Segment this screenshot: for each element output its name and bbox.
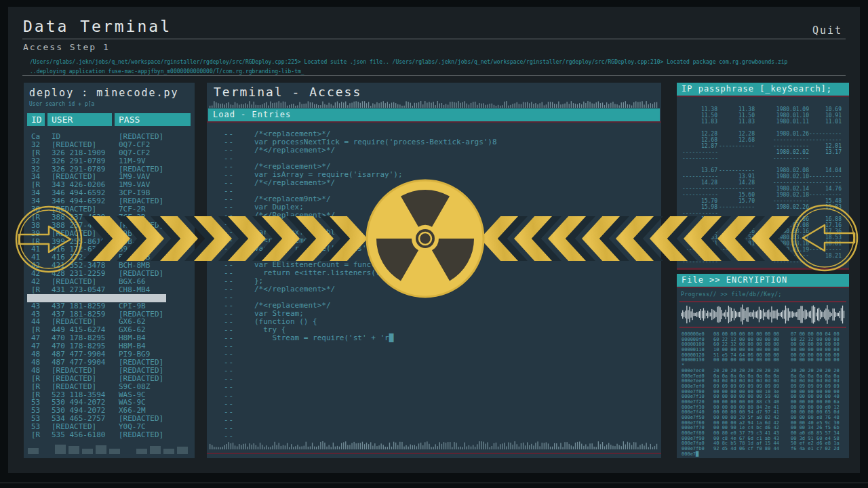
table-row[interactable]: 32 326 291-0789 [REDACTED] xyxy=(27,165,195,174)
table-row[interactable]: [R 535 456-6180 [REDACTED] xyxy=(27,431,195,439)
ip-value: 17.16 xyxy=(682,228,717,235)
line-gutter: -- xyxy=(224,416,243,424)
cell-id: 32 xyxy=(27,141,45,149)
table-row[interactable]: 53 530 494-2072 WAS-9C xyxy=(27,399,195,407)
code-line: -- xyxy=(207,408,661,416)
tick-ruler-bottom xyxy=(210,441,658,449)
activity-block xyxy=(82,449,93,454)
load-entries-bar[interactable]: Load - Entries xyxy=(208,108,660,121)
ip-value: 14.28 xyxy=(682,180,717,186)
cell-id: 53 xyxy=(27,423,45,431)
radiation-icon xyxy=(365,178,486,299)
cell-id: [R xyxy=(27,383,45,391)
cell-id: 53 xyxy=(27,415,45,423)
cell-pass: [REDACTED] xyxy=(115,375,191,383)
table-row[interactable]: 42 [REDACTED] BGX-66 xyxy=(27,278,195,286)
hex-bytes: 00 00 00 00 00 00 00 00 xyxy=(713,358,785,363)
cell-pass: [REDACTED] xyxy=(115,133,191,141)
line-gutter: -- xyxy=(224,253,243,261)
table-row[interactable]: 44 [REDACTED] GX6-62 xyxy=(27,318,195,326)
activity-block xyxy=(163,449,174,454)
cell-user: 523 118-3594 xyxy=(47,391,112,399)
ip-value: ----------- xyxy=(682,149,717,155)
cell-user xyxy=(47,294,112,302)
ip-value xyxy=(717,210,755,216)
cell-pass: 7CF-2R xyxy=(115,205,191,214)
table-row[interactable]: [R 431 273-0547 CH8-MB4 xyxy=(27,286,195,294)
table-row[interactable]: Ca ID [REDACTED] xyxy=(27,133,195,141)
code-text: /*</replacement>*/ xyxy=(254,285,335,293)
table-row[interactable]: 48 487 477-9904 PI9-BG9 xyxy=(27,350,195,359)
ip-value: ----------- xyxy=(809,131,842,137)
table-row[interactable]: 53 530 494-2072 X66-2M xyxy=(27,407,195,415)
hex-bytes: 92 d5 4d 06 cf f0 80 44 xyxy=(713,447,785,452)
cell-id: [R xyxy=(27,181,45,189)
ip-row: 14.28 14.28 ----------- ----------- xyxy=(682,180,844,186)
hex-bytes xyxy=(713,452,785,458)
ip-row: 12.68 12.68 ----------- ----------- xyxy=(682,137,844,143)
column-header-pass: PASS xyxy=(115,113,191,126)
hex-bytes: f6 4a e1 c7 02 2d xyxy=(791,447,840,452)
cell-pass: [REDACTED] xyxy=(115,359,191,367)
ip-row: 13.67 ----------- 1980.02.08 14.04 xyxy=(682,167,844,174)
cell-pass: [REDACTED] xyxy=(115,197,191,205)
line-gutter: -- xyxy=(224,220,243,228)
ip-value: 15.60 xyxy=(717,192,755,198)
activity-block xyxy=(68,446,79,454)
table-row[interactable]: [R 523 118-3594 WAS-9C xyxy=(27,391,195,399)
table-row[interactable]: 43 437 181-8259 [REDACTED] xyxy=(27,310,195,319)
cell-user: 343 426-0206 xyxy=(47,181,112,189)
table-row[interactable]: 48 487 477-9904 [REDACTED] xyxy=(27,359,195,367)
cell-pass: 7CF-2R xyxy=(115,214,191,222)
table-row[interactable]: [R [REDACTED] [REDACTED] xyxy=(27,375,195,383)
cell-id: 47 xyxy=(27,342,45,350)
ip-row: ----------- 13.91 1980.02.10 ----------- xyxy=(682,174,844,180)
table-row[interactable]: [R 343 426-0206 1M9-VAV xyxy=(27,181,195,189)
column-header-id: ID xyxy=(27,113,45,126)
table-row[interactable]: [R [REDACTED] S9C-08Z xyxy=(27,383,195,391)
ip-value: 15.98 xyxy=(682,204,717,210)
quit-button[interactable]: Quit xyxy=(812,24,842,37)
cell-pass: H8M-B4 xyxy=(115,334,191,342)
table-row[interactable]: 32 326 291-0789 11M-9V xyxy=(27,157,195,165)
code-line: -- xyxy=(207,359,661,367)
table-row[interactable]: 34 346 494-6592 3CP-I9B xyxy=(27,189,195,197)
cell-user: 534 465-2757 xyxy=(47,415,112,423)
ip-value: 18.81 xyxy=(717,241,755,247)
table-row[interactable]: 34 [REDACTED] 1M9-VAV xyxy=(27,173,195,181)
arrow-right-circle-icon xyxy=(14,204,84,274)
table-row[interactable]: 43 437 181-8259 CPI-9B xyxy=(27,302,195,310)
cell-pass: 3CP-I9B xyxy=(115,189,191,197)
code-text: /*</replacement>*/ xyxy=(254,146,335,155)
table-row[interactable] xyxy=(27,294,195,302)
hex-bytes: 00 00 00 00 00 00 xyxy=(791,358,840,363)
divider xyxy=(207,453,661,454)
hex-row: 000e7fb0 92 d5 4d 06 cf f0 80 44 f6 4a e… xyxy=(682,447,840,452)
activity-block xyxy=(177,447,188,454)
code-line: -- xyxy=(207,400,661,408)
ip-value: ----------- xyxy=(682,174,717,180)
column-header-user: USER xyxy=(47,113,112,126)
table-row[interactable]: 53 534 465-2757 [REDACTED] xyxy=(27,415,195,423)
header-divider xyxy=(22,75,846,76)
table-row[interactable]: 32 [REDACTED] 0Q7-CF2 xyxy=(27,141,195,149)
cell-user: [REDACTED] xyxy=(47,278,112,286)
table-row[interactable]: 47 470 178-8295 H8M-B4 xyxy=(27,342,195,350)
code-line: -- xyxy=(207,416,661,424)
ip-date: 1980.01.11 xyxy=(755,119,809,125)
table-row[interactable]: [R 449 415-6274 GX6-62 xyxy=(27,326,195,334)
cell-pass xyxy=(115,294,191,302)
ip-value: ----------- xyxy=(717,186,755,192)
ip-value: 11.38 xyxy=(717,106,755,113)
cell-pass: 1M9-VAV xyxy=(115,181,191,189)
ip-value xyxy=(682,125,717,131)
table-row[interactable]: 48 [REDACTED] [REDACTED] xyxy=(27,367,195,375)
title-divider xyxy=(22,39,846,39)
table-row[interactable]: 53 [REDACTED] Y0Q-7C xyxy=(27,423,195,431)
data-terminal-screen: Data Terminal Quit Access Step 1 /Users/… xyxy=(0,0,868,488)
ip-date: ----------- xyxy=(755,180,809,186)
table-row[interactable]: [R 326 218-1909 0Q7-CF2 xyxy=(27,149,195,157)
ip-value xyxy=(809,125,842,131)
ip-value xyxy=(717,161,755,167)
table-row[interactable]: 47 470 178-8295 H8M-B4 xyxy=(27,334,195,342)
